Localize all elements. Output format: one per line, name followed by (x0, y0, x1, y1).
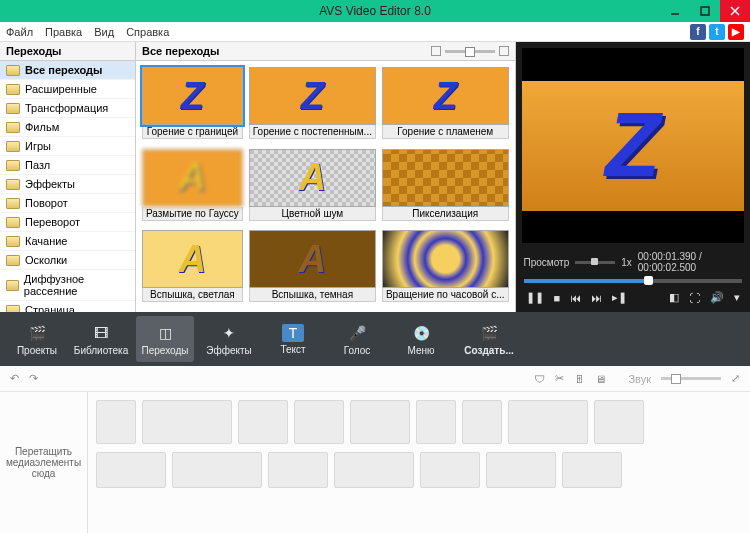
create-button[interactable]: 🎬 Создать... (460, 316, 518, 362)
timeline-tracks[interactable] (88, 392, 750, 533)
undo-button[interactable]: ↶ (10, 372, 19, 385)
timeline-clip[interactable] (594, 400, 644, 444)
category-item[interactable]: Игры (0, 137, 135, 156)
stop-button[interactable]: ■ (554, 292, 561, 304)
timeline-clip[interactable] (350, 400, 410, 444)
timeline-clip[interactable] (562, 452, 622, 488)
timeline-dropzone[interactable]: Перетащить медиаэлементы сюда (0, 392, 88, 533)
disc-menu-button[interactable]: 💿 Меню (392, 316, 450, 362)
zoom-slider[interactable] (445, 50, 495, 53)
voice-button[interactable]: 🎤 Голос (328, 316, 386, 362)
category-list[interactable]: Все переходы Расширенные Трансформация Ф… (0, 61, 135, 312)
menu-view[interactable]: Вид (94, 26, 114, 38)
category-item[interactable]: Трансформация (0, 99, 135, 118)
preview-info: Просмотр 1x 00:00:01.390 / 00:00:02.500 (516, 249, 750, 275)
monitor-icon[interactable]: 🖥 (595, 373, 606, 385)
transition-item[interactable]: ZГорение с границей (142, 67, 243, 143)
pause-button[interactable]: ❚❚ (526, 291, 544, 304)
timeline-clip[interactable] (142, 400, 232, 444)
transition-item[interactable]: AРазмытие по Гауссу (142, 149, 243, 225)
timeline-clip[interactable] (416, 400, 456, 444)
category-item[interactable]: Расширенные (0, 80, 135, 99)
transition-item[interactable]: ZГорение с постепенным... (249, 67, 376, 143)
menu-help[interactable]: Справка (126, 26, 169, 38)
fullscreen-button[interactable]: ⛶ (689, 292, 700, 304)
window-controls (660, 0, 750, 22)
more-button[interactable]: ▾ (734, 291, 740, 304)
play-button[interactable]: ▸❚ (612, 291, 627, 304)
timeline-clip[interactable] (172, 452, 262, 488)
timeline-clip[interactable] (268, 452, 328, 488)
projects-button[interactable]: 🎬 Проекты (8, 316, 66, 362)
main-area: Переходы Все переходы Расширенные Трансф… (0, 42, 750, 312)
category-label: Эффекты (25, 178, 75, 190)
transition-item[interactable]: AВспышка, светлая (142, 230, 243, 306)
close-button[interactable] (720, 0, 750, 22)
effects-button[interactable]: ✦ Эффекты (200, 316, 258, 362)
category-item[interactable]: Качание (0, 232, 135, 251)
seek-bar[interactable] (524, 279, 742, 283)
folder-icon (6, 103, 20, 114)
toolbar-label: Меню (407, 345, 434, 356)
library-button[interactable]: 🎞 Библиотека (72, 316, 130, 362)
audio-settings-icon[interactable]: 🎚 (574, 373, 585, 385)
split-button[interactable]: ✂ (555, 372, 564, 385)
menu-edit[interactable]: Правка (45, 26, 82, 38)
redo-button[interactable]: ↷ (29, 372, 38, 385)
transition-item[interactable]: Вращение по часовой с... (382, 230, 509, 306)
speed-slider[interactable] (575, 261, 615, 264)
category-item[interactable]: Диффузное рассеяние (0, 270, 135, 301)
timeline-clip[interactable] (486, 452, 556, 488)
timeline-clip[interactable] (462, 400, 502, 444)
category-item[interactable]: Эффекты (0, 175, 135, 194)
title-bar: AVS Video Editor 8.0 (0, 0, 750, 22)
minimize-button[interactable] (660, 0, 690, 22)
volume-button[interactable]: 🔊 (710, 291, 724, 304)
gallery-grid[interactable]: ZГорение с границей ZГорение с постепенн… (136, 61, 515, 312)
facebook-icon[interactable]: f (690, 24, 706, 40)
timeline-clip[interactable] (294, 400, 344, 444)
transitions-button[interactable]: ◫ Переходы (136, 316, 194, 362)
category-item[interactable]: Страница (0, 301, 135, 312)
maximize-button[interactable] (690, 0, 720, 22)
timeline-clip[interactable] (96, 400, 136, 444)
fit-button[interactable]: ⤢ (731, 372, 740, 385)
transition-item[interactable]: AВспышка, темная (249, 230, 376, 306)
youtube-icon[interactable]: ▶ (728, 24, 744, 40)
playback-controls: ❚❚ ■ ⏮ ⏭ ▸❚ ◧ ⛶ 🔊 ▾ (516, 287, 750, 312)
timeline-zoom-slider[interactable] (661, 377, 721, 380)
timeline-clip[interactable] (238, 400, 288, 444)
text-button[interactable]: T Текст (264, 316, 322, 362)
category-item[interactable]: Осколки (0, 251, 135, 270)
transition-caption: Горение с постепенным... (249, 125, 376, 139)
overlay-track[interactable] (96, 452, 742, 488)
transition-thumb: A (142, 149, 243, 207)
zoom-large-icon[interactable] (499, 46, 509, 56)
timeline-clip[interactable] (334, 452, 414, 488)
category-item[interactable]: Переворот (0, 213, 135, 232)
zoom-small-icon[interactable] (431, 46, 441, 56)
category-item[interactable]: Поворот (0, 194, 135, 213)
transition-thumb: Z (142, 67, 243, 125)
snapshot-button[interactable]: ◧ (669, 291, 679, 304)
next-button[interactable]: ⏭ (591, 292, 602, 304)
category-item[interactable]: Пазл (0, 156, 135, 175)
category-item[interactable]: Фильм (0, 118, 135, 137)
social-links: f t ▶ (690, 24, 744, 40)
transition-item[interactable]: AЦветной шум (249, 149, 376, 225)
timeline-clip[interactable] (508, 400, 588, 444)
category-header: Переходы (0, 42, 135, 61)
app-title: AVS Video Editor 8.0 (319, 4, 431, 18)
transition-caption: Горение с границей (142, 125, 243, 139)
shield-icon[interactable]: 🛡 (534, 373, 545, 385)
prev-button[interactable]: ⏮ (570, 292, 581, 304)
menu-file[interactable]: Файл (6, 26, 33, 38)
twitter-icon[interactable]: t (709, 24, 725, 40)
video-track[interactable] (96, 400, 742, 444)
transition-caption: Пикселизация (382, 207, 509, 221)
timeline-clip[interactable] (420, 452, 480, 488)
transition-item[interactable]: Пикселизация (382, 149, 509, 225)
transition-item[interactable]: ZГорение с пламенем (382, 67, 509, 143)
timeline-clip[interactable] (96, 452, 166, 488)
category-item[interactable]: Все переходы (0, 61, 135, 80)
